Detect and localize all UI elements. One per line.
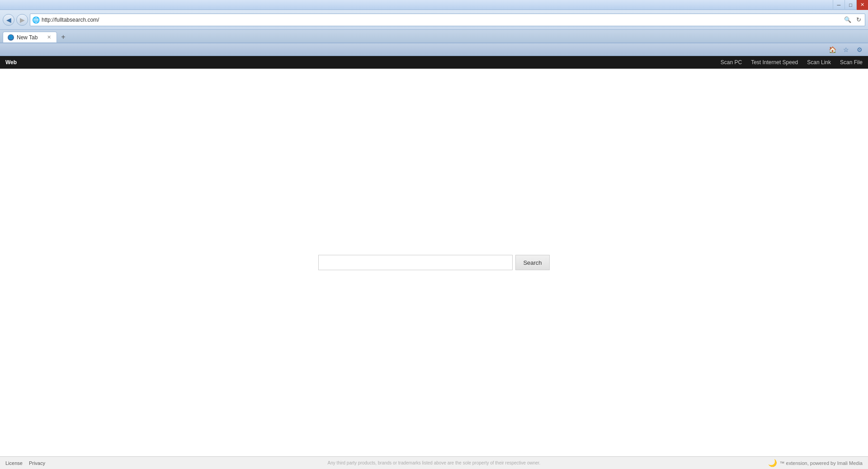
- moon-icon: 🌙: [768, 459, 777, 467]
- top-nav: Web Scan PC Test Internet Speed Scan Lin…: [0, 56, 868, 69]
- nav-scan-file[interactable]: Scan File: [840, 59, 863, 66]
- search-area: Search: [318, 255, 549, 270]
- minimize-button[interactable]: ─: [833, 0, 844, 10]
- forward-button[interactable]: ▶: [16, 14, 28, 26]
- address-search-icon[interactable]: 🔍: [843, 15, 852, 24]
- title-bar: ─ □ ✕: [0, 0, 868, 10]
- address-bar: 🌐 🔍 ↻: [30, 14, 865, 26]
- search-input[interactable]: [318, 255, 513, 270]
- tab-close-button[interactable]: ✕: [46, 34, 52, 40]
- home-button[interactable]: 🏠: [827, 45, 837, 55]
- address-input[interactable]: [42, 17, 841, 23]
- footer-right: 🌙 ™ extension, powered by Imali Media: [768, 459, 863, 467]
- title-bar-buttons: ─ □ ✕: [833, 0, 868, 10]
- tab-label: New Tab: [17, 34, 43, 41]
- favorites-button[interactable]: ☆: [841, 45, 851, 55]
- nav-scan-pc[interactable]: Scan PC: [721, 59, 742, 66]
- nav-scan-link[interactable]: Scan Link: [807, 59, 831, 66]
- browser-chrome: ◀ ▶ 🌐 🔍 ↻: [0, 10, 868, 30]
- tab-bar: 🌐 New Tab ✕ +: [0, 30, 868, 43]
- tab-favicon: 🌐: [8, 34, 14, 41]
- address-globe-icon: 🌐: [32, 16, 40, 23]
- maximize-button[interactable]: □: [844, 0, 856, 10]
- nav-test-internet-speed[interactable]: Test Internet Speed: [751, 59, 798, 66]
- refresh-button[interactable]: ↻: [854, 15, 863, 24]
- license-link[interactable]: License: [5, 460, 23, 466]
- nav-right: Scan PC Test Internet Speed Scan Link Sc…: [721, 59, 863, 66]
- add-tab-button[interactable]: +: [58, 32, 69, 42]
- close-button[interactable]: ✕: [856, 0, 868, 10]
- footer-disclaimer: Any third party products, brands or trad…: [328, 460, 541, 465]
- back-button[interactable]: ◀: [3, 14, 14, 26]
- footer: License Privacy Any third party products…: [0, 456, 868, 469]
- privacy-link[interactable]: Privacy: [29, 460, 45, 466]
- settings-button[interactable]: ⚙: [854, 45, 864, 55]
- main-content: Search: [0, 69, 868, 456]
- footer-links: License Privacy: [5, 460, 45, 466]
- footer-powered-by: ™ extension, powered by Imali Media: [780, 460, 863, 466]
- browser-toolbar: 🏠 ☆ ⚙: [0, 43, 868, 56]
- search-button[interactable]: Search: [515, 255, 549, 270]
- tab-new-tab[interactable]: 🌐 New Tab ✕: [3, 32, 57, 42]
- nav-web[interactable]: Web: [5, 59, 17, 66]
